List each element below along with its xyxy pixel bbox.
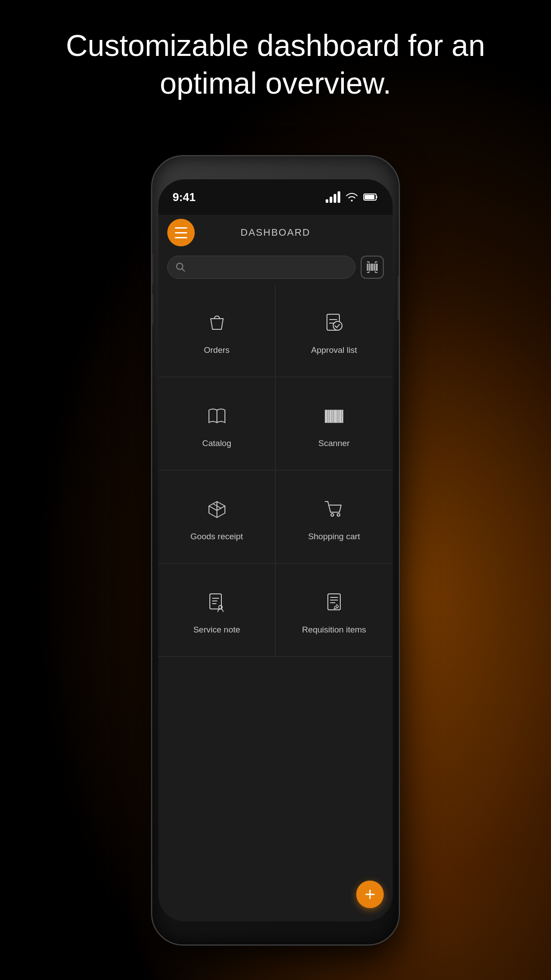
svg-rect-14 (325, 410, 327, 423)
svg-rect-15 (328, 410, 329, 423)
signal-icon (326, 191, 340, 203)
status-time: 9:41 (173, 190, 196, 204)
svg-rect-1 (365, 195, 374, 199)
svg-rect-24 (210, 594, 221, 609)
app-title: DASHBOARD (240, 227, 310, 238)
fab-add-button[interactable] (356, 881, 384, 908)
svg-point-22 (331, 514, 334, 516)
search-input[interactable] (190, 263, 347, 272)
shopping-cart-label: Shopping cart (308, 532, 360, 541)
svg-rect-18 (334, 410, 337, 423)
app-content: DASHBOARD (158, 215, 393, 921)
battery-icon (363, 193, 378, 201)
grid-item-requisition-items[interactable]: Requisition items (276, 564, 393, 657)
requisition-icon (320, 589, 348, 617)
svg-rect-16 (330, 410, 331, 423)
page-heading: Customizable dashboard for an optimal ov… (0, 27, 551, 102)
shopping-bag-icon (203, 309, 231, 337)
svg-rect-26 (328, 594, 340, 610)
catalog-label: Catalog (202, 439, 232, 448)
svg-rect-6 (370, 264, 371, 271)
barcode-scan-button[interactable] (361, 256, 384, 279)
volume-down-button (151, 294, 153, 325)
svg-rect-3 (367, 264, 368, 271)
grid-item-orders[interactable]: Orders (158, 284, 276, 377)
power-button (398, 276, 400, 320)
svg-rect-19 (338, 410, 338, 423)
grid-item-goods-receipt[interactable]: Goods receipt (158, 470, 276, 564)
app-header: DASHBOARD (158, 215, 393, 250)
svg-rect-5 (369, 264, 370, 271)
search-bar[interactable] (167, 256, 355, 279)
dashboard-grid: Orders Approval list (158, 284, 393, 657)
scanner-label: Scanner (319, 439, 350, 448)
requisition-items-label: Requisition items (302, 625, 366, 635)
menu-button[interactable] (167, 219, 195, 246)
box-icon (203, 495, 231, 524)
svg-rect-7 (371, 264, 373, 271)
plus-icon (363, 888, 377, 901)
phone-screen: 9:41 (158, 179, 393, 921)
status-bar: 9:41 (158, 179, 393, 215)
svg-rect-17 (332, 410, 333, 423)
barcode-scan-icon (366, 261, 378, 273)
search-icon (176, 262, 185, 272)
approval-list-label: Approval list (311, 345, 357, 355)
grid-item-approval-list[interactable]: Approval list (276, 284, 393, 377)
cart-icon (320, 495, 348, 524)
service-note-label: Service note (193, 625, 240, 635)
svg-rect-9 (374, 264, 375, 271)
svg-rect-4 (368, 264, 369, 271)
grid-item-scanner[interactable]: Scanner (276, 377, 393, 470)
notch (240, 179, 311, 194)
barcode-icon (320, 402, 348, 431)
book-icon (203, 402, 231, 431)
orders-label: Orders (204, 345, 229, 355)
svg-rect-21 (342, 410, 343, 423)
search-area (158, 250, 393, 284)
grid-item-catalog[interactable]: Catalog (158, 377, 276, 470)
approval-icon (320, 309, 348, 337)
svg-rect-10 (375, 264, 376, 271)
svg-point-23 (337, 514, 340, 516)
volume-up-button (151, 254, 153, 285)
status-icons (326, 191, 378, 203)
wifi-icon (346, 192, 358, 202)
svg-rect-20 (339, 410, 341, 423)
grid-item-service-note[interactable]: Service note (158, 564, 276, 657)
svg-rect-11 (376, 264, 378, 271)
grid-item-shopping-cart[interactable]: Shopping cart (276, 470, 393, 564)
phone-frame: 9:41 (151, 155, 400, 945)
svg-rect-8 (373, 264, 374, 271)
hamburger-icon (175, 227, 187, 238)
service-note-icon (203, 589, 231, 617)
goods-receipt-label: Goods receipt (190, 532, 243, 541)
